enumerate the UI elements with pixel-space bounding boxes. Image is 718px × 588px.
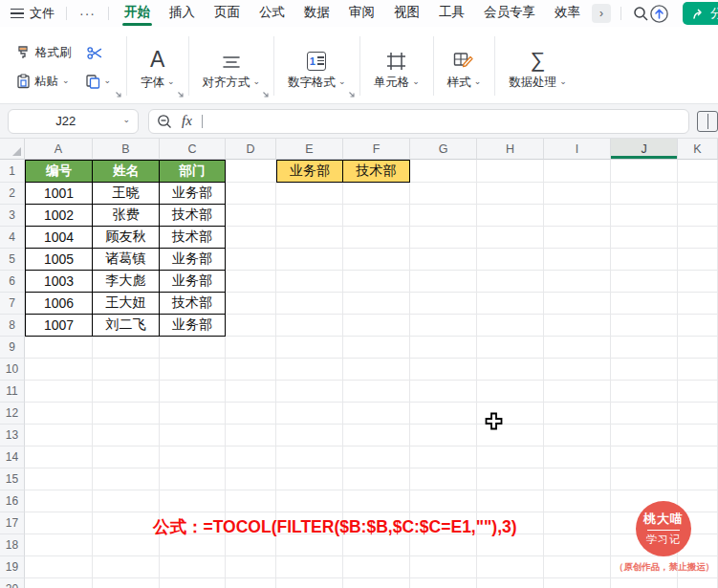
cell-G13[interactable] [410,425,477,446]
cell-J10[interactable] [611,359,678,381]
cell-E9[interactable] [276,337,343,359]
cell-A18[interactable] [25,534,93,556]
tab-公式[interactable]: 公式 [250,0,294,27]
cell-G11[interactable] [410,381,477,403]
file-menu-button[interactable]: 文件 [0,5,66,22]
col-header-E[interactable]: E [276,139,343,160]
cell-A14[interactable] [25,446,93,468]
cell-B5[interactable]: 诸葛镇 [93,249,160,271]
cell-B15[interactable] [93,468,160,490]
col-header-D[interactable]: D [226,139,276,160]
col-header-G[interactable]: G [410,139,477,160]
font-group-button[interactable]: A 字体⌄ [127,33,188,99]
tab-工具[interactable]: 工具 [429,0,474,27]
tab-审阅[interactable]: 审阅 [339,0,384,27]
cell-K5[interactable] [678,249,718,271]
cell-B13[interactable] [93,425,160,446]
cell-E13[interactable] [276,425,343,446]
col-header-A[interactable]: A [25,139,93,160]
zoom-search-icon[interactable] [157,114,172,129]
row-header-4[interactable]: 4 [0,227,25,249]
col-header-B[interactable]: B [93,139,160,160]
cell-C9[interactable] [160,337,226,359]
cell-C11[interactable] [160,381,226,403]
cell-F3[interactable] [343,205,410,227]
cell-J8[interactable] [611,315,678,337]
cell-C4[interactable]: 技术部 [160,227,226,249]
cell-C12[interactable] [160,403,226,425]
search-icon[interactable] [633,6,649,22]
cell-C2[interactable]: 业务部 [160,183,226,205]
cell-I5[interactable] [544,249,611,271]
tab-效率[interactable]: 效率 [545,0,590,27]
cell-C7[interactable]: 技术部 [160,293,226,315]
cell-J7[interactable] [611,293,678,315]
cell-G3[interactable] [410,205,477,227]
cell-I13[interactable] [544,425,611,446]
cell-I18[interactable] [544,534,611,556]
cell-H11[interactable] [477,381,544,403]
cell-D1[interactable] [226,160,276,183]
dialog-launcher-icon[interactable] [115,91,122,98]
cell-F10[interactable] [343,359,410,381]
row-header-8[interactable]: 8 [0,315,25,337]
cell-K15[interactable] [678,468,718,490]
cell-E15[interactable] [276,468,343,490]
row-header-15[interactable]: 15 [0,468,25,490]
cell-J20[interactable] [611,578,678,588]
cell-I15[interactable] [544,468,611,490]
tab-页面[interactable]: 页面 [205,0,250,27]
more-menus-button[interactable]: ··· [67,6,108,21]
cell-F6[interactable] [343,271,410,293]
row-header-19[interactable]: 19 [0,556,25,578]
cell-J2[interactable] [611,183,678,205]
col-header-F[interactable]: F [343,139,410,160]
row-header-17[interactable]: 17 [0,512,25,534]
cell-B4[interactable]: 顾友秋 [93,227,160,249]
formula-input[interactable]: fx [148,109,689,134]
cell-H9[interactable] [477,337,544,359]
cell-H2[interactable] [477,183,544,205]
cell-K4[interactable] [678,227,718,249]
cell-H19[interactable] [477,556,544,578]
cell-A10[interactable] [25,359,93,381]
cell-G2[interactable] [410,183,477,205]
cell-D2[interactable] [226,183,276,205]
cell-D6[interactable] [226,271,276,293]
cell-C19[interactable] [160,556,226,578]
cell-I20[interactable] [544,578,611,588]
alignment-group-button[interactable]: 对齐方式⌄ [189,33,274,99]
cell-B20[interactable] [93,578,160,588]
cell-G5[interactable] [410,249,477,271]
row-header-6[interactable]: 6 [0,271,25,293]
cell-J13[interactable] [611,425,678,446]
cell-F11[interactable] [343,381,410,403]
cell-J15[interactable] [611,468,678,490]
cell-C8[interactable]: 业务部 [160,315,226,337]
row-header-7[interactable]: 7 [0,293,25,315]
cell-A3[interactable]: 1002 [25,205,93,227]
cell-A8[interactable]: 1007 [25,315,93,337]
cell-G10[interactable] [410,359,477,381]
cell-J6[interactable] [611,271,678,293]
data-tools-group-button[interactable]: ∑ 数据处理⌄ [495,33,580,99]
cell-K2[interactable] [678,183,718,205]
cell-E8[interactable] [276,315,343,337]
cell-E6[interactable] [276,271,343,293]
cells-group-button[interactable]: 单元格⌄ [360,33,433,99]
row-header-9[interactable]: 9 [0,337,25,359]
cell-J12[interactable] [611,403,678,425]
cell-C6[interactable]: 业务部 [160,271,226,293]
cell-I3[interactable] [544,205,611,227]
cell-E12[interactable] [276,403,343,425]
cell-F5[interactable] [343,249,410,271]
cell-G9[interactable] [410,337,477,359]
cell-A5[interactable]: 1005 [25,249,93,271]
cell-I8[interactable] [544,315,611,337]
cell-F4[interactable] [343,227,410,249]
cell-B3[interactable]: 张费 [93,205,160,227]
cell-A13[interactable] [25,425,93,446]
cell-F16[interactable] [343,490,410,512]
tab-数据[interactable]: 数据 [294,0,339,27]
cell-I9[interactable] [544,337,611,359]
